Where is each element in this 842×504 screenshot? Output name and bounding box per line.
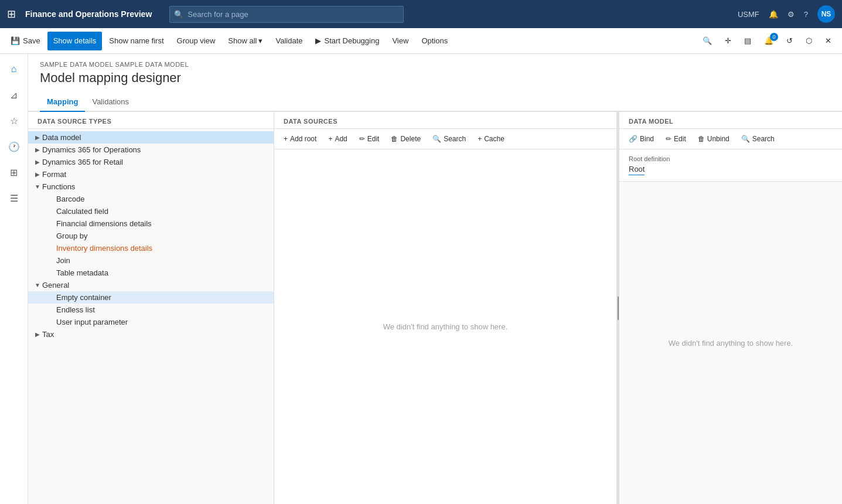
app-title: Finance and Operations Preview <box>25 9 152 19</box>
breadcrumb: SAMPLE DATA MODEL SAMPLE DATA MODEL <box>40 61 830 68</box>
dm-unbind-button[interactable]: 🗑 Unbind <box>693 132 734 145</box>
tree-item-calculated-field[interactable]: Calculated field <box>28 205 274 217</box>
tree-item-user-input-parameter[interactable]: User input parameter <box>28 316 274 328</box>
toolbar-crosshair-button[interactable]: ✛ <box>719 32 737 50</box>
tab-mapping[interactable]: Mapping <box>40 93 85 112</box>
toolbar-close-button[interactable]: ✕ <box>819 32 837 50</box>
options-button[interactable]: Options <box>415 32 454 50</box>
grid-icon[interactable]: ⊞ <box>7 8 16 21</box>
data-sources-toolbar: + Add root + Add ✏ Edit 🗑 Delete <box>274 129 616 149</box>
top-navigation: ⊞ Finance and Operations Preview 🔍 USMF … <box>0 0 842 28</box>
tree-item-group-by[interactable]: Group by <box>28 230 274 242</box>
root-definition-label: Root definition <box>629 155 833 162</box>
tree-label-barcode: Barcode <box>56 195 269 203</box>
save-icon: 💾 <box>11 36 20 45</box>
help-icon[interactable]: ? <box>804 10 808 19</box>
tree-label-functions: Functions <box>42 182 269 191</box>
tree-item-barcode[interactable]: Barcode <box>28 193 274 205</box>
ds-cache-button[interactable]: + Cache <box>473 132 509 145</box>
tree-item-data-model[interactable]: ▶ Data model <box>28 131 274 144</box>
global-search-input[interactable] <box>169 6 404 23</box>
top-nav-right: USMF 🔔 ⚙ ? NS <box>738 5 835 23</box>
tree-item-join[interactable]: Join <box>28 254 274 267</box>
sidebar-item-recent[interactable]: 🕐 <box>4 136 25 157</box>
tree-label-endless-list: Endless list <box>56 305 269 314</box>
avatar[interactable]: NS <box>817 5 835 23</box>
toolbar-columns-button[interactable]: ▤ <box>738 32 757 50</box>
tree-item-d365-retail[interactable]: ▶ Dynamics 365 for Retail <box>28 156 274 168</box>
tree-item-empty-container[interactable]: Empty container <box>28 291 274 304</box>
tree-item-functions[interactable]: ▼ Functions <box>28 181 274 193</box>
ds-delete-button[interactable]: 🗑 Delete <box>386 132 425 145</box>
tree-item-financial-dimensions[interactable]: Financial dimensions details <box>28 217 274 230</box>
ds-search-button[interactable]: 🔍 Search <box>428 132 471 145</box>
tree-item-general[interactable]: ▼ General <box>28 279 274 291</box>
sidebar-item-favorites[interactable]: ☆ <box>4 110 25 131</box>
chevron-right-icon: ▶ <box>33 134 42 141</box>
search-icon: 🔍 <box>741 135 750 143</box>
data-source-types-tree: ▶ Data model ▶ Dynamics 365 for Operatio… <box>28 129 274 504</box>
sidebar-item-list[interactable]: ☰ <box>4 188 25 209</box>
dm-search-button[interactable]: 🔍 Search <box>737 132 779 145</box>
ds-add-root-button[interactable]: + Add root <box>279 132 321 145</box>
group-view-button[interactable]: Group view <box>171 32 221 50</box>
plus-icon: + <box>328 135 332 143</box>
show-name-first-button[interactable]: Show name first <box>103 32 169 50</box>
toolbar-search-button[interactable]: 🔍 <box>697 32 718 50</box>
panel-area: DATA SOURCE TYPES ▶ Data model ▶ Dynamic… <box>28 112 842 504</box>
chevron-right-icon: ▶ <box>33 159 42 165</box>
chevron-right-icon: ▶ <box>33 171 42 178</box>
tree-label-calculated-field: Calculated field <box>56 207 269 216</box>
notification-icon[interactable]: 🔔 <box>769 10 778 19</box>
chevron-right-icon: ▶ <box>33 147 42 153</box>
tree-item-tax[interactable]: ▶ Tax <box>28 328 274 340</box>
main-content: SAMPLE DATA MODEL SAMPLE DATA MODEL Mode… <box>28 54 842 504</box>
dm-bind-button[interactable]: 🔗 Bind <box>624 132 659 145</box>
save-button[interactable]: 💾 Save <box>5 32 46 50</box>
tab-validations[interactable]: Validations <box>85 93 136 112</box>
delete-icon: 🗑 <box>391 135 398 143</box>
view-button[interactable]: View <box>386 32 414 50</box>
global-search-icon: 🔍 <box>174 10 183 19</box>
sidebar-item-grid[interactable]: ⊞ <box>4 162 25 183</box>
toolbar-badge-button[interactable]: 🔔 0 <box>758 32 779 50</box>
tree-label-empty-container: Empty container <box>56 293 269 302</box>
data-model-empty-message: We didn't find anything to show here. <box>619 182 842 504</box>
chevron-down-icon: ▾ <box>258 36 263 45</box>
validate-button[interactable]: Validate <box>270 32 308 50</box>
tree-item-endless-list[interactable]: Endless list <box>28 304 274 316</box>
dm-edit-button[interactable]: ✏ Edit <box>661 132 691 145</box>
page-title: Model mapping designer <box>40 70 830 86</box>
global-search-wrap: 🔍 <box>169 6 404 23</box>
sidebar-item-filter[interactable]: ⊿ <box>4 84 25 105</box>
left-sidebar: ⌂ ⊿ ☆ 🕐 ⊞ ☰ <box>0 54 28 504</box>
tree-label-group-by: Group by <box>56 231 269 240</box>
data-source-types-panel: DATA SOURCE TYPES ▶ Data model ▶ Dynamic… <box>28 112 274 504</box>
sidebar-item-home[interactable]: ⌂ <box>4 59 25 80</box>
page-header: SAMPLE DATA MODEL SAMPLE DATA MODEL Mode… <box>28 54 842 93</box>
show-all-button[interactable]: Show all ▾ <box>222 32 268 50</box>
data-model-toolbar: 🔗 Bind ✏ Edit 🗑 Unbind 🔍 Search <box>619 129 842 149</box>
edit-icon: ✏ <box>359 135 365 143</box>
tree-item-table-metadata[interactable]: Table metadata <box>28 267 274 279</box>
chevron-down-icon: ▼ <box>33 282 42 288</box>
show-details-button[interactable]: Show details <box>47 32 103 50</box>
toolbar-external-button[interactable]: ⬡ <box>800 32 818 50</box>
start-debugging-button[interactable]: ▶ Start Debugging <box>309 32 385 50</box>
toolbar-refresh-button[interactable]: ↺ <box>780 32 799 50</box>
main-layout: ⌂ ⊿ ☆ 🕐 ⊞ ☰ SAMPLE DATA MODEL SAMPLE DAT… <box>0 54 842 504</box>
tree-label-table-metadata: Table metadata <box>56 268 269 277</box>
tree-item-d365-operations[interactable]: ▶ Dynamics 365 for Operations <box>28 144 274 156</box>
resizer-handle <box>618 297 619 320</box>
panel-resizer[interactable] <box>617 112 619 504</box>
tree-label-d365-operations: Dynamics 365 for Operations <box>42 145 269 154</box>
ds-edit-button[interactable]: ✏ Edit <box>354 132 384 145</box>
root-definition-section: Root definition Root <box>619 149 842 182</box>
ds-add-button[interactable]: + Add <box>323 132 352 145</box>
user-code: USMF <box>738 10 759 19</box>
tree-item-format[interactable]: ▶ Format <box>28 168 274 181</box>
edit-icon: ✏ <box>666 135 671 143</box>
tab-bar: Mapping Validations <box>28 93 842 112</box>
tree-item-inventory-dimensions[interactable]: Inventory dimensions details <box>28 242 274 254</box>
settings-icon[interactable]: ⚙ <box>788 10 795 19</box>
